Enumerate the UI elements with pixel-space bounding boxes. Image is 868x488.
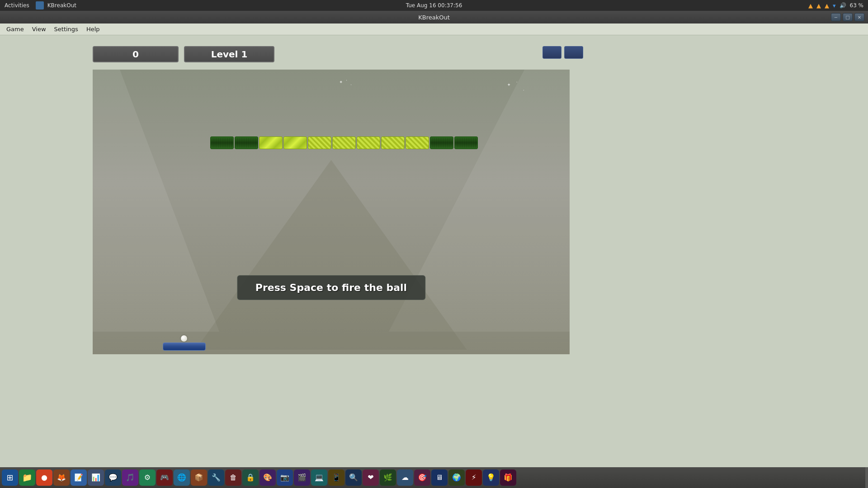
taskbar-app-24[interactable]: ☁ <box>397 469 413 486</box>
application-window: KBreakOut − □ ✕ Game View Settings Help … <box>0 11 868 488</box>
minimize-button[interactable]: − <box>831 13 841 21</box>
taskbar-app-4[interactable]: 🦊 <box>53 469 70 486</box>
brick-7 <box>357 136 380 149</box>
taskbar-app-28[interactable]: ⚡ <box>466 469 482 486</box>
paddle <box>163 343 206 351</box>
kbreakout-taskbar-icon[interactable] <box>36 1 44 9</box>
taskbar-app-11[interactable]: 🌐 <box>174 469 190 486</box>
life-button-2[interactable] <box>564 46 583 59</box>
sparkle-4: ✦ <box>507 82 511 87</box>
taskbar-app-1[interactable]: ⊞ <box>2 469 18 486</box>
taskbar-app-7[interactable]: 💬 <box>105 469 121 486</box>
taskbar-app-9[interactable]: ⚙ <box>139 469 156 486</box>
brick-1 <box>210 136 234 149</box>
audio-icon: 🔊 <box>840 2 846 9</box>
taskbar-app-21[interactable]: 🔍 <box>345 469 362 486</box>
brick-4 <box>283 136 307 149</box>
app-icon-bar: KBreakOut <box>36 1 76 9</box>
taskbar-app-18[interactable]: 🎬 <box>294 469 310 486</box>
taskbar-app-15[interactable]: 🔒 <box>242 469 259 486</box>
taskbar-app-25[interactable]: 🎯 <box>414 469 430 486</box>
activities-button[interactable]: Activities <box>5 2 29 9</box>
system-bar: Activities KBreakOut Tue Aug 16 00:37:56… <box>0 0 868 11</box>
taskbar-app-29[interactable]: 💡 <box>483 469 499 486</box>
taskbar-app-2[interactable]: 📁 <box>19 469 35 486</box>
score-display: 0 <box>93 46 179 62</box>
brick-11 <box>454 136 478 149</box>
taskbar-app-6[interactable]: 📊 <box>88 469 104 486</box>
brick-10 <box>430 136 453 149</box>
brick-6 <box>332 136 356 149</box>
sparkle-3: · <box>350 82 352 87</box>
brick-8 <box>381 136 405 149</box>
window-title: KBreakOut <box>418 14 450 21</box>
spotlight-left <box>93 70 228 332</box>
game-canvas[interactable]: ✦ · · ✦ · · <box>93 70 570 354</box>
taskbar-app-8[interactable]: 🎵 <box>122 469 138 486</box>
brick-9 <box>406 136 429 149</box>
menu-game[interactable]: Game <box>3 25 28 33</box>
taskbar-app-27[interactable]: 🌍 <box>448 469 465 486</box>
sparkle-6: · <box>523 88 524 93</box>
taskbar-app-3[interactable]: ● <box>36 469 52 486</box>
battery-label: 63 % <box>850 2 864 9</box>
window-controls: − □ ✕ <box>831 13 864 21</box>
life-buttons <box>542 46 583 59</box>
close-button[interactable]: ✕ <box>854 13 864 21</box>
hud: 0 Level 1 <box>93 46 570 66</box>
taskbar-app-12[interactable]: 📦 <box>191 469 207 486</box>
taskbar-app-13[interactable]: 🔧 <box>208 469 224 486</box>
spotlight-center <box>196 160 467 350</box>
press-space-message: Press Space to fire the ball <box>237 275 425 300</box>
ball <box>181 335 187 342</box>
sparkle-2: · <box>346 78 347 83</box>
sparkle-5: · <box>516 80 518 84</box>
life-button-1[interactable] <box>542 46 561 59</box>
brick-5 <box>308 136 331 149</box>
taskbar-app-30[interactable]: 🎁 <box>500 469 516 486</box>
system-clock: Tue Aug 16 00:37:56 <box>406 2 462 9</box>
tray-icon-1: ▲ <box>808 2 813 9</box>
taskbar-app-23[interactable]: 🌿 <box>380 469 396 486</box>
network-icon: ▾ <box>833 2 836 9</box>
menu-help[interactable]: Help <box>83 25 104 33</box>
brick-2 <box>235 136 258 149</box>
tray-icon-3: ▲ <box>825 2 829 9</box>
kbreakout-taskbar-label: KBreakOut <box>47 2 76 9</box>
menu-bar: Game View Settings Help <box>0 23 868 35</box>
taskbar-app-20[interactable]: 📱 <box>328 469 344 486</box>
taskbar-app-16[interactable]: 🎨 <box>259 469 276 486</box>
menu-view[interactable]: View <box>28 25 50 33</box>
level-display: Level 1 <box>184 46 274 62</box>
bricks-row <box>210 136 478 149</box>
taskbar-app-5[interactable]: 📝 <box>71 469 87 486</box>
tray-icon-2: ▲ <box>816 2 821 9</box>
sparkle-1: ✦ <box>339 80 343 84</box>
taskbar: ⊞ 📁 ● 🦊 📝 📊 💬 🎵 ⚙ 🎮 🌐 📦 🔧 🗑 🔒 🎨 📷 🎬 💻 📱 … <box>0 467 868 488</box>
taskbar-app-10[interactable]: 🎮 <box>156 469 173 486</box>
taskbar-app-17[interactable]: 📷 <box>277 469 293 486</box>
menu-settings[interactable]: Settings <box>51 25 82 33</box>
taskbar-app-22[interactable]: ❤ <box>363 469 379 486</box>
brick-3 <box>259 136 283 149</box>
taskbar-app-14[interactable]: 🗑 <box>225 469 241 486</box>
title-bar: KBreakOut − □ ✕ <box>0 11 868 23</box>
show-desktop-button[interactable] <box>865 467 868 488</box>
maximize-button[interactable]: □ <box>843 13 853 21</box>
taskbar-app-26[interactable]: 🖥 <box>431 469 448 486</box>
system-tray: ▲ ▲ ▲ ▾ 🔊 63 % <box>808 2 863 9</box>
taskbar-app-19[interactable]: 💻 <box>311 469 327 486</box>
